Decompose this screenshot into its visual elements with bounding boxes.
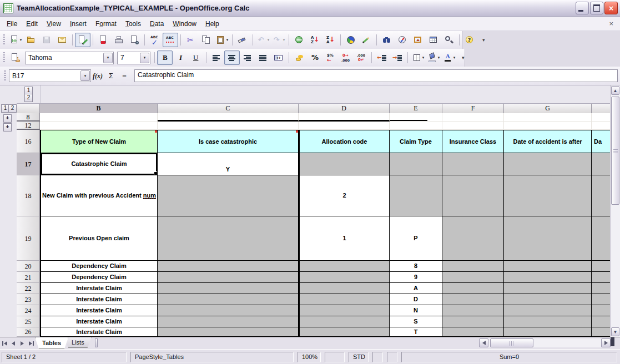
cell-C20[interactable] xyxy=(158,261,299,272)
paste-button[interactable]: ▾ xyxy=(214,33,230,47)
cell-H8[interactable] xyxy=(592,113,611,122)
cell-F18[interactable] xyxy=(442,175,504,216)
increase-indent-button[interactable] xyxy=(390,50,405,65)
vertical-scrollbar[interactable]: ▲ ▼ xyxy=(610,85,620,337)
row-header-23[interactable]: 23 xyxy=(17,294,40,305)
row-header-16[interactable]: 16 xyxy=(17,130,40,153)
column-header-F[interactable]: F xyxy=(442,104,504,114)
menu-edit[interactable]: Edit xyxy=(22,18,42,29)
cell-F23[interactable] xyxy=(442,294,504,305)
row-header-25[interactable]: 25 xyxy=(17,316,40,327)
navigator-button[interactable] xyxy=(395,33,410,47)
cell-F25[interactable] xyxy=(442,316,504,327)
cell-D18[interactable]: 2 xyxy=(299,175,390,216)
email-button[interactable] xyxy=(54,33,70,47)
menu-format[interactable]: Format xyxy=(91,18,121,29)
cell-E20[interactable]: 8 xyxy=(390,261,442,272)
toolbar-more-button[interactable] xyxy=(457,50,472,65)
sheet-tab-lists[interactable]: Lists xyxy=(64,337,92,348)
cell-G25[interactable] xyxy=(504,316,592,327)
cell-D22[interactable] xyxy=(299,283,390,294)
row-header-17[interactable]: 17 xyxy=(17,153,40,175)
cell-G22[interactable] xyxy=(504,283,592,294)
scroll-left-button[interactable] xyxy=(479,338,488,347)
cell-E18[interactable] xyxy=(390,175,442,216)
cell-B23[interactable]: Interstate Claim xyxy=(40,294,158,305)
cell-C25[interactable] xyxy=(158,316,299,327)
sort-ascending-button[interactable] xyxy=(307,33,322,47)
scroll-up-button[interactable]: ▲ xyxy=(611,86,619,95)
cell-H12[interactable] xyxy=(592,122,611,130)
cell-E17[interactable] xyxy=(390,153,442,175)
cell-D8[interactable] xyxy=(299,113,390,122)
cell-D17[interactable] xyxy=(299,153,390,175)
cell-F21[interactable] xyxy=(442,272,504,283)
bold-button[interactable] xyxy=(157,50,173,65)
cell-E23[interactable]: D xyxy=(390,294,442,305)
cell-C16[interactable]: Is case catastrophic xyxy=(158,130,299,153)
menu-file[interactable]: File xyxy=(2,18,22,29)
data-sources-button[interactable] xyxy=(426,33,441,47)
align-right-button[interactable] xyxy=(240,50,255,65)
open-button[interactable] xyxy=(23,33,39,47)
cell-H23[interactable] xyxy=(592,294,611,305)
cell-H16[interactable]: Da xyxy=(592,130,611,153)
print-button[interactable] xyxy=(111,33,127,47)
cell-E21[interactable]: 9 xyxy=(390,272,442,283)
cell-E26[interactable]: T xyxy=(390,327,442,337)
decrease-indent-button[interactable] xyxy=(374,50,390,65)
toolbar-grip[interactable] xyxy=(3,52,5,63)
cell-F26[interactable] xyxy=(442,327,504,337)
insert-chart-button[interactable] xyxy=(343,33,359,47)
hyperlink-button[interactable] xyxy=(291,33,307,47)
font-color-button[interactable]: ▾ xyxy=(441,50,457,65)
cell-B25[interactable]: Interstate Claim xyxy=(40,316,158,327)
column-header-B[interactable]: B xyxy=(40,104,158,114)
close-button[interactable]: × xyxy=(604,2,618,14)
row-header-8[interactable]: 8 xyxy=(17,113,40,122)
cell-D24[interactable] xyxy=(299,305,390,316)
underline-button[interactable] xyxy=(188,50,204,65)
cell-G20[interactable] xyxy=(504,261,592,272)
copy-button[interactable] xyxy=(199,33,214,47)
row-header-21[interactable]: 21 xyxy=(17,272,40,283)
cell-G19[interactable] xyxy=(504,216,592,261)
background-color-button[interactable]: ▾ xyxy=(426,50,441,65)
redo-button[interactable]: ▾ xyxy=(271,33,286,47)
cell-H25[interactable] xyxy=(592,316,611,327)
row-header-24[interactable]: 24 xyxy=(17,305,40,316)
column-outline-level-2-button[interactable]: 2 xyxy=(24,94,33,102)
cell-C18[interactable] xyxy=(158,175,299,216)
scroll-down-button[interactable]: ▼ xyxy=(611,327,619,336)
cell-H20[interactable] xyxy=(592,261,611,272)
cell-B24[interactable]: Interstate Claim xyxy=(40,305,158,316)
cell-F16[interactable]: Insurance Class xyxy=(442,130,504,153)
cell-H24[interactable] xyxy=(592,305,611,316)
align-center-button[interactable] xyxy=(224,50,240,65)
horizontal-scrollbar-track[interactable] xyxy=(488,338,601,347)
cell-C12[interactable] xyxy=(158,122,299,130)
cell-B18[interactable]: New Claim with previous Accident num xyxy=(40,175,158,216)
cell-D12[interactable] xyxy=(299,122,390,130)
previous-sheet-button[interactable] xyxy=(9,338,18,348)
outline-expand-button[interactable]: + xyxy=(3,123,12,132)
undo-button[interactable]: ▾ xyxy=(255,33,271,47)
column-header-partial[interactable] xyxy=(592,104,611,114)
italic-button[interactable] xyxy=(173,50,188,65)
cell-H22[interactable] xyxy=(592,283,611,294)
cell-H17[interactable] xyxy=(592,153,611,175)
cell-F17[interactable] xyxy=(442,153,504,175)
row-header-22[interactable]: 22 xyxy=(17,283,40,294)
row-header-26[interactable]: 26 xyxy=(17,327,40,337)
column-header-E[interactable]: E xyxy=(390,104,442,114)
cell-B22[interactable]: Interstate Claim xyxy=(40,283,158,294)
percent-button[interactable] xyxy=(307,50,322,65)
cell-D19[interactable]: 1 xyxy=(299,216,390,261)
select-all-corner[interactable] xyxy=(17,104,40,114)
save-button[interactable] xyxy=(39,33,54,47)
currency-button[interactable] xyxy=(291,50,307,65)
borders-button[interactable]: ▾ xyxy=(410,50,426,65)
cell-B17[interactable]: Catastrophic Claim xyxy=(40,153,158,175)
cell-F24[interactable] xyxy=(442,305,504,316)
cell-G12[interactable] xyxy=(504,122,592,130)
